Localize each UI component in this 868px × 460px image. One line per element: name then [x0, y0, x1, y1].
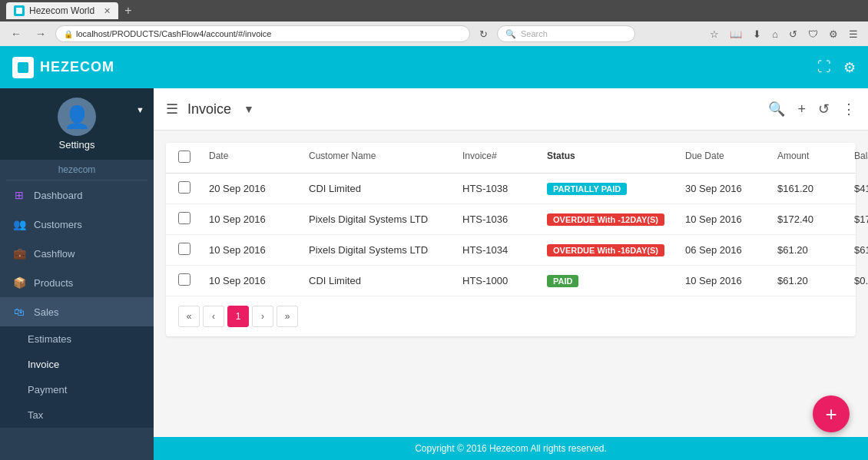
tab-close-button[interactable]: ✕	[104, 6, 111, 16]
sidebar-sub-item-invoice[interactable]: Invoice	[0, 352, 154, 377]
sidebar: 👤 Settings ▼ hezecom ⊞ Dashboard 👥 Custo…	[0, 88, 154, 460]
status-badge: PARTIALLY PAID	[547, 183, 627, 195]
cell-due-date: 06 Sep 2016	[685, 244, 777, 256]
back-button[interactable]: ←	[6, 26, 26, 41]
table-header: Date Customer Name Invoice# Status Due D…	[166, 143, 856, 174]
col-due-date: Due Date	[685, 151, 777, 165]
cell-amount: $61.20	[777, 244, 854, 256]
cell-amount: $172.40	[777, 213, 854, 225]
browser-tab[interactable]: Hezecom World ✕	[6, 2, 118, 19]
cell-balance: $0.00	[854, 275, 868, 286]
sidebar-sub-item-payment[interactable]: Payment	[0, 377, 154, 402]
sidebar-submenu: Estimates Invoice Payment Tax	[0, 326, 154, 428]
table-row[interactable]: 10 Sep 2016 Pixels Digital Systems LTD H…	[166, 235, 856, 266]
cell-due-date: 10 Sep 2016	[685, 213, 777, 225]
gear-icon[interactable]: ⚙	[825, 27, 842, 41]
sidebar-sub-item-estimates[interactable]: Estimates	[0, 326, 154, 352]
settings-label: Settings	[59, 139, 95, 151]
row-checkbox[interactable]	[178, 243, 190, 255]
content-body: Date Customer Name Invoice# Status Due D…	[154, 131, 868, 437]
cell-status: OVERDUE With -12DAY(S)	[547, 213, 685, 226]
cell-invoice: HTS-1034	[462, 244, 547, 256]
first-page-button[interactable]: «	[178, 306, 200, 327]
forward-button[interactable]: →	[31, 26, 51, 41]
sidebar-item-dashboard[interactable]: ⊞ Dashboard	[0, 180, 154, 210]
status-badge: PAID	[547, 275, 578, 287]
refresh-icon[interactable]: ↺	[818, 101, 830, 117]
box-icon: 📦	[12, 276, 26, 290]
footer-text: Copyright © 2016 Hezecom All rights rese…	[415, 443, 607, 454]
reload-button[interactable]: ↻	[475, 27, 492, 41]
fullscreen-icon[interactable]: ⛶	[817, 59, 831, 76]
cell-customer: Pixels Digital Systems LTD	[309, 244, 462, 256]
sidebar-label-cashflow: Cashflow	[34, 248, 75, 260]
more-icon[interactable]: ⋮	[842, 101, 856, 117]
cell-date: 20 Sep 2016	[209, 183, 309, 194]
col-date: Date	[209, 151, 309, 165]
col-amount: Amount	[777, 151, 854, 165]
sidebar-item-products[interactable]: 📦 Products	[0, 268, 154, 297]
row-checkbox[interactable]	[178, 181, 190, 194]
content-header: ☰ Invoice ▼ 🔍 + ↺ ⋮	[154, 88, 868, 131]
table-row[interactable]: 10 Sep 2016 Pixels Digital Systems LTD H…	[166, 204, 856, 235]
sidebar-sub-item-tax[interactable]: Tax	[0, 402, 154, 428]
last-page-button[interactable]: »	[277, 306, 298, 327]
table-row[interactable]: 10 Sep 2016 CDI Limited HTS-1000 PAID 10…	[166, 266, 856, 296]
cell-amount: $61.20	[777, 275, 854, 286]
address-bar[interactable]: 🔒 localhost/PRODUCTS/CashFlow4/account/#…	[55, 25, 470, 42]
search-icon[interactable]: 🔍	[768, 101, 785, 117]
title-chevron-icon[interactable]: ▼	[244, 103, 254, 115]
pagination: « ‹ 1 › »	[166, 296, 856, 336]
bookmark-icon[interactable]: ☆	[706, 27, 723, 41]
cell-invoice: HTS-1000	[462, 275, 547, 286]
logo-text: HEZECOM	[40, 59, 114, 75]
download-icon[interactable]: ⬇	[749, 27, 765, 41]
browser-search-bar[interactable]: 🔍 Search	[497, 25, 635, 42]
cell-balance: $172.40	[854, 213, 868, 225]
fab-add-button[interactable]: +	[813, 395, 850, 432]
row-checkbox[interactable]	[178, 212, 190, 224]
cell-due-date: 30 Sep 2016	[685, 183, 777, 194]
col-customer: Customer Name	[309, 151, 462, 165]
row-checkbox[interactable]	[178, 273, 190, 286]
sidebar-item-cashflow[interactable]: 💼 Cashflow	[0, 239, 154, 268]
cell-balance: $41.20	[854, 183, 868, 194]
tab-title: Hezecom World	[29, 5, 94, 16]
sidebar-label-products: Products	[34, 277, 73, 289]
cell-customer: Pixels Digital Systems LTD	[309, 213, 462, 225]
cell-balance: $61.20	[854, 244, 868, 256]
sidebar-label-dashboard: Dashboard	[34, 190, 83, 201]
shield-icon[interactable]: 🛡	[804, 27, 822, 41]
col-invoice: Invoice#	[462, 151, 547, 165]
sidebar-label-customers: Customers	[34, 219, 82, 230]
invoice-table: Date Customer Name Invoice# Status Due D…	[166, 143, 856, 336]
menu-icon[interactable]: ☰	[845, 27, 862, 41]
hamburger-icon[interactable]: ☰	[166, 101, 178, 117]
search-placeholder: Search	[521, 29, 548, 38]
sidebar-item-customers[interactable]: 👥 Customers	[0, 210, 154, 239]
select-all-checkbox[interactable]	[178, 151, 190, 163]
table-row[interactable]: 20 Sep 2016 CDI Limited HTS-1038 PARTIAL…	[166, 174, 856, 204]
sync-icon[interactable]: ↺	[785, 27, 801, 41]
new-tab-button[interactable]: +	[124, 4, 131, 18]
cell-invoice: HTS-1038	[462, 183, 547, 194]
main-content: ☰ Invoice ▼ 🔍 + ↺ ⋮ Date Customer Name	[154, 88, 868, 460]
app-header: HEZECOM ⛶ ⚙	[0, 46, 868, 88]
home-icon[interactable]: ⌂	[768, 27, 782, 41]
sidebar-item-sales[interactable]: 🛍 Sales	[0, 297, 154, 326]
prev-page-button[interactable]: ‹	[203, 306, 224, 327]
current-page-button[interactable]: 1	[227, 306, 249, 327]
sidebar-profile[interactable]: 👤 Settings ▼	[0, 88, 154, 160]
profile-username: hezecom	[0, 160, 154, 180]
cell-date: 10 Sep 2016	[209, 213, 309, 225]
reading-icon[interactable]: 📖	[726, 27, 746, 41]
avatar: 👤	[58, 98, 96, 136]
settings-icon[interactable]: ⚙	[843, 59, 856, 76]
bag-icon: 🛍	[12, 305, 26, 319]
cell-date: 10 Sep 2016	[209, 244, 309, 256]
cell-invoice: HTS-1036	[462, 213, 547, 225]
add-icon[interactable]: +	[797, 101, 806, 117]
next-page-button[interactable]: ›	[252, 306, 273, 327]
page-title: Invoice	[187, 101, 231, 117]
col-balance: Balance Due	[854, 151, 868, 165]
